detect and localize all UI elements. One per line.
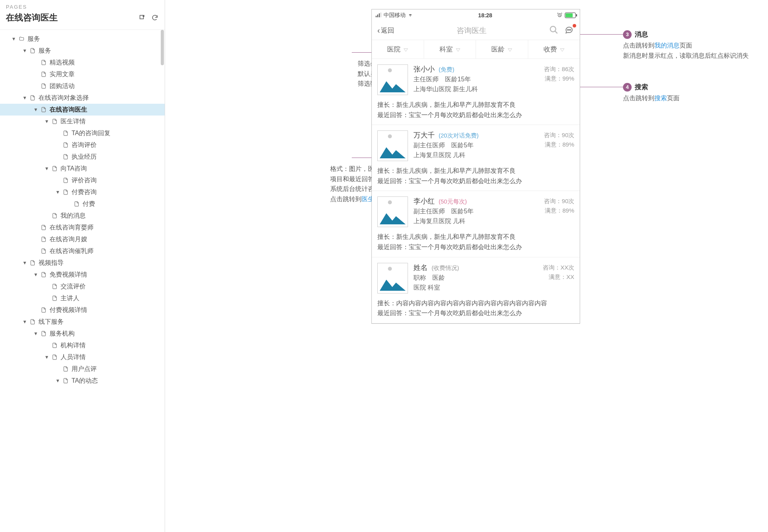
tree-item[interactable]: ▼服务 (0, 45, 165, 57)
back-label: 返回 (381, 26, 394, 35)
doctor-list: 张小小 (免费) 主任医师 医龄15年 上海华山医院 新生儿科 咨询：86次 满… (372, 59, 580, 323)
doctor-card[interactable]: 万大千 (20次对话免费) 副主任医师 医龄5年 上海复旦医院 儿科 咨询：90… (372, 125, 580, 191)
tree-item-label: 在线咨询对象选择 (39, 95, 89, 101)
doctor-title: 副主任医师 医龄5年 (413, 207, 544, 216)
svg-point-5 (550, 26, 556, 32)
tree-caret-icon[interactable]: ▼ (44, 166, 50, 171)
tree-item[interactable]: 在线咨询催乳师 (0, 245, 165, 257)
doctor-card[interactable]: 李小红 (50元每次) 副主任医师 医龄5年 上海复旦医院 儿科 咨询：90次 … (372, 191, 580, 257)
tree-item[interactable]: ▼在线咨询对象选择 (0, 92, 165, 104)
phone-mockup: 中国移动 18:28 ‹ 返回 (371, 9, 580, 324)
tree-item[interactable]: 付费 (0, 198, 165, 210)
filter-fee[interactable]: 收费▽ (528, 40, 580, 59)
message-icon[interactable] (564, 25, 574, 36)
tree-item[interactable]: ▼TA的动态 (0, 375, 165, 387)
tree-caret-icon[interactable]: ▼ (22, 319, 28, 324)
tree-item[interactable]: 实用文章 (0, 68, 165, 80)
tree-item[interactable]: 在线咨询月嫂 (0, 233, 165, 245)
page-icon (51, 354, 58, 360)
tree-caret-icon[interactable]: ▼ (33, 331, 39, 336)
tree-item[interactable]: 交流评价 (0, 281, 165, 292)
tree-item-label: 付费 (83, 201, 95, 207)
sidebar-section-label: PAGES (0, 0, 165, 10)
tree-caret-icon[interactable]: ▼ (33, 107, 39, 112)
svg-rect-1 (377, 15, 378, 17)
tree-caret-icon[interactable]: ▼ (44, 355, 50, 360)
annotation-badge: 4 (623, 83, 632, 92)
tree-item[interactable]: ▼免费视频详情 (0, 269, 165, 281)
status-bar: 中国移动 18:28 (372, 9, 580, 21)
tree-item[interactable]: ▼线下服务 (0, 316, 165, 328)
tree-caret-icon[interactable]: ▼ (44, 119, 50, 124)
tree-item[interactable]: 我的消息 (0, 210, 165, 222)
page-icon (40, 272, 47, 278)
consult-count: 咨询：90次 (544, 130, 574, 140)
tree-item[interactable]: ▼人员详情 (0, 351, 165, 363)
tree-item[interactable]: 精选视频 (0, 57, 165, 68)
tree-item[interactable]: ▼服务 (0, 33, 165, 45)
tree-item[interactable]: 在线咨询育婴师 (0, 222, 165, 233)
page-icon (51, 165, 58, 172)
filter-department[interactable]: 科室▽ (424, 40, 476, 59)
annotation-message: 3 消息 点击跳转到我的消息页面 新消息时显示红点，读取消息后红点标识消失 (623, 30, 768, 61)
tree-item[interactable]: 咨询评价 (0, 139, 165, 151)
tree-caret-icon[interactable]: ▼ (22, 48, 28, 53)
chevron-down-icon: ▽ (456, 47, 460, 51)
tree-item[interactable]: 机构详情 (0, 339, 165, 351)
tree-item[interactable]: ▼医生详情 (0, 116, 165, 127)
scrollbar[interactable] (161, 30, 164, 65)
back-button[interactable]: ‹ 返回 (377, 26, 394, 35)
export-icon[interactable] (138, 14, 146, 22)
doctor-hospital: 上海华山医院 新生儿科 (413, 85, 544, 94)
tree-item[interactable]: ▼服务机构 (0, 328, 165, 339)
doctor-card[interactable]: 姓名 (收费情况) 职称 医龄 医院 科室 咨询：XX次 满意：XX 擅长：内容… (372, 257, 580, 323)
tree-caret-icon[interactable]: ▼ (55, 378, 61, 383)
tree-caret-icon[interactable]: ▼ (22, 95, 28, 100)
filter-hospital[interactable]: 医院▽ (372, 40, 424, 59)
tree-item-label: 线下服务 (39, 319, 64, 325)
notification-dot (573, 24, 576, 28)
filter-years[interactable]: 医龄▽ (476, 40, 528, 59)
annotation-badge: 3 (623, 30, 632, 39)
alarm-icon (557, 12, 562, 19)
page-icon (62, 154, 69, 160)
tree-item[interactable]: 评价咨询 (0, 174, 165, 186)
tree-item-label: 付费视频详情 (50, 307, 87, 313)
tree-item[interactable]: TA的咨询回复 (0, 127, 165, 139)
page-icon (62, 378, 69, 384)
doctor-fee: (50元每次) (439, 198, 467, 205)
tree-item[interactable]: 团购活动 (0, 80, 165, 92)
tree-item[interactable]: 主讲人 (0, 292, 165, 304)
tree-item-label: 在线咨询育婴师 (50, 224, 94, 231)
tree-item[interactable]: ▼向TA咨询 (0, 163, 165, 174)
tree-caret-icon[interactable]: ▼ (11, 37, 17, 41)
svg-marker-10 (380, 147, 406, 158)
page-icon (40, 330, 47, 337)
sidebar-title-row: 在线咨询医生 (0, 10, 165, 30)
filter-bar: 医院▽ 科室▽ 医龄▽ 收费▽ (372, 40, 580, 59)
annotation-search: 4 搜索 点击跳转到搜索页面 (623, 83, 768, 103)
tree-item[interactable]: ▼视频指导 (0, 257, 165, 269)
doctor-good-at: 擅长：新生儿疾病，新生儿和早产儿肺部发育不良 (377, 232, 574, 242)
tree-caret-icon[interactable]: ▼ (55, 190, 61, 194)
tree-caret-icon[interactable]: ▼ (33, 272, 39, 277)
svg-point-6 (567, 29, 568, 30)
tree-item-label: 精选视频 (50, 59, 75, 66)
doctor-title: 副主任医师 医龄5年 (413, 141, 544, 150)
tree-item-label: 咨询评价 (72, 142, 97, 148)
doctor-avatar (377, 130, 408, 161)
page-icon (73, 201, 80, 207)
refresh-icon[interactable] (151, 14, 159, 22)
tree-item[interactable]: 执业经历 (0, 151, 165, 163)
tree-item[interactable]: 用户点评 (0, 363, 165, 375)
tree-item[interactable]: 付费视频详情 (0, 304, 165, 316)
tree-item[interactable]: ▼付费咨询 (0, 186, 165, 198)
page-icon (40, 106, 47, 113)
satisfaction: 满意：XX (543, 272, 574, 282)
tree-caret-icon[interactable]: ▼ (22, 260, 28, 265)
search-icon[interactable] (549, 25, 559, 36)
doctor-card[interactable]: 张小小 (免费) 主任医师 医龄15年 上海华山医院 新生儿科 咨询：86次 满… (372, 59, 580, 125)
tree-item-label: TA的咨询回复 (72, 130, 110, 136)
canvas: 筛选 1 筛选条件：医院，科室，医龄，收费 默认显示全部 筛选数据匹配后台数据 … (165, 0, 768, 532)
tree-item[interactable]: ▼在线咨询医生 (0, 104, 165, 116)
